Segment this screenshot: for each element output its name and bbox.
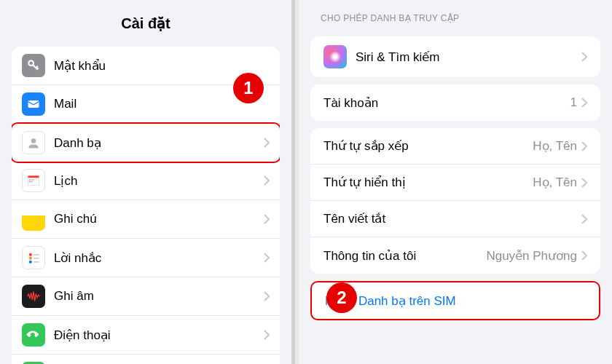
svg-rect-14 (34, 258, 39, 259)
chevron-right-icon (264, 175, 270, 186)
chevron-right-icon (264, 330, 270, 340)
chevron-right-icon (581, 178, 587, 188)
annotation-badge-1: 1 (233, 73, 264, 103)
mail-icon (22, 92, 45, 116)
row-value: Họ, Tên (533, 138, 577, 154)
sidebar-item-notes[interactable]: Ghi chú (12, 200, 280, 239)
svg-rect-3 (28, 175, 39, 178)
key-icon (22, 54, 45, 77)
sidebar-item-calendar[interactable]: Lịch (12, 162, 280, 200)
chevron-right-icon (264, 214, 270, 224)
sidebar-item-messages[interactable]: Tin nhắn (12, 355, 280, 364)
sort-order-row[interactable]: Thứ tự sắp xếp Họ, Tên (310, 128, 600, 165)
accounts-group: Tài khoản 1 (310, 84, 600, 121)
sidebar-item-label: Lời nhắc (54, 250, 264, 266)
notes-icon (22, 207, 45, 231)
settings-sidebar: Cài đặt Mật khẩu Mail Danh bạ (0, 0, 291, 364)
row-label: Tài khoản (323, 95, 570, 111)
sidebar-item-label: Lịch (54, 173, 264, 189)
svg-rect-8 (29, 181, 31, 182)
sidebar-item-label: Ghi chú (54, 212, 264, 226)
sidebar-item-voice-memos[interactable]: Ghi âm (12, 277, 280, 316)
sidebar-item-phone[interactable]: Điện thoại (12, 316, 280, 355)
svg-rect-1 (28, 100, 39, 108)
contacts-options-group: Thứ tự sắp xếp Họ, Tên Thứ tự hiển thị H… (310, 128, 600, 274)
row-label: Thông tin của tôi (323, 248, 486, 264)
svg-point-10 (29, 253, 32, 256)
svg-rect-7 (33, 179, 34, 180)
short-name-row[interactable]: Tên viết tắt (310, 201, 600, 237)
chevron-right-icon (581, 250, 587, 261)
chevron-right-icon (581, 52, 587, 62)
row-label: Siri & Tìm kiếm (356, 50, 581, 65)
svg-rect-6 (31, 179, 33, 180)
siri-group: Siri & Tìm kiếm (310, 36, 600, 77)
chevron-right-icon (264, 138, 270, 148)
sidebar-item-label: Điện thoại (54, 328, 264, 343)
svg-rect-9 (31, 181, 33, 182)
row-value: 1 (570, 95, 577, 110)
section-header: CHO PHÉP DANH BẠ TRUY CẬP (299, 0, 612, 29)
svg-point-2 (31, 138, 36, 143)
row-value: Nguyễn Phương (486, 248, 577, 264)
siri-icon (323, 45, 347, 68)
row-label: Thứ tự hiển thị (323, 175, 533, 190)
display-order-row[interactable]: Thứ tự hiển thị Họ, Tên (310, 165, 600, 201)
svg-rect-13 (34, 254, 39, 256)
row-label: Tên viết tắt (323, 211, 581, 226)
siri-search-row[interactable]: Siri & Tìm kiếm (310, 36, 600, 77)
calendar-icon (22, 169, 45, 192)
contacts-icon (22, 131, 45, 154)
phone-icon (22, 323, 45, 347)
sidebar-item-contacts[interactable]: Danh bạ (12, 122, 280, 163)
svg-rect-5 (29, 179, 31, 180)
my-info-row[interactable]: Thông tin của tôi Nguyễn Phương (310, 237, 600, 274)
page-title: Cài đặt (0, 0, 291, 47)
chevron-right-icon (264, 291, 270, 301)
svg-point-11 (29, 257, 32, 260)
pane-divider (291, 0, 295, 364)
row-label: Thứ tự sắp xếp (323, 138, 533, 154)
chevron-right-icon (581, 141, 587, 151)
row-label: Nhập Danh bạ trên SIM (325, 293, 586, 309)
sidebar-item-label: Mật khẩu (54, 58, 270, 74)
svg-rect-15 (34, 261, 39, 263)
sidebar-item-reminders[interactable]: Lời nhắc (12, 239, 280, 277)
reminders-icon (22, 246, 45, 269)
sidebar-item-label: Danh bạ (54, 135, 264, 151)
row-value: Họ, Tên (533, 175, 577, 190)
voice-memos-icon (22, 285, 45, 308)
svg-point-0 (28, 60, 34, 66)
chevron-right-icon (264, 253, 270, 263)
annotation-badge-2: 2 (326, 282, 357, 313)
svg-point-12 (29, 261, 32, 264)
accounts-row[interactable]: Tài khoản 1 (310, 84, 600, 121)
chevron-right-icon (581, 98, 587, 108)
chevron-right-icon (581, 214, 587, 224)
sidebar-item-label: Ghi âm (54, 289, 264, 304)
